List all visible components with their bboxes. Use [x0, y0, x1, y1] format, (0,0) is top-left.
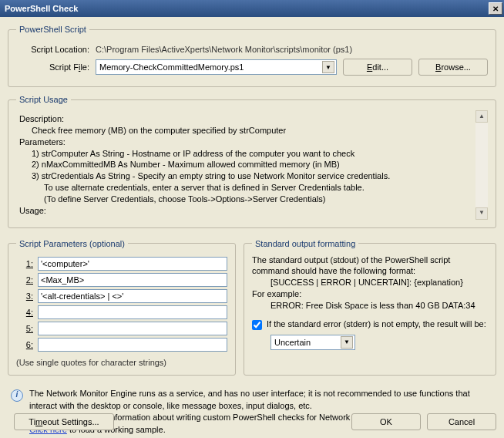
usage-line: 2) nMaxCommittedMB As Number - Maximum a… — [19, 159, 471, 170]
usage-line: Check free memory (MB) on the computer s… — [19, 125, 471, 136]
chevron-down-icon[interactable]: ▼ — [322, 61, 334, 73]
usage-line: Description: — [19, 113, 471, 125]
stderr-result-select[interactable]: Uncertain ▼ — [270, 335, 355, 350]
stdout-line: For example: — [252, 288, 488, 300]
scroll-down-icon[interactable]: ▼ — [475, 207, 488, 220]
stderr-result-value: Uncertain — [274, 338, 341, 347]
param-label-2: 2: — [16, 275, 33, 285]
edit-button[interactable]: Edit... — [343, 59, 412, 76]
script-file-combo[interactable]: Memory-CheckCommittedMemory.ps1 ▼ — [96, 59, 337, 75]
param-input-2[interactable] — [38, 273, 227, 287]
cancel-button[interactable]: Cancel — [427, 413, 496, 430]
browse-button[interactable]: Browse... — [418, 59, 488, 76]
window-title: PowerShell Check — [5, 4, 489, 13]
group-legend: PowerShell Script — [16, 25, 89, 34]
timeout-settings-button[interactable]: Timeout Settings... — [14, 413, 114, 430]
param-input-5[interactable] — [38, 322, 227, 335]
param-input-4[interactable] — [38, 305, 227, 319]
group-legend: Standard output formatting — [252, 239, 358, 248]
usage-line: 1) strComputer As String - Hostname or I… — [19, 148, 471, 160]
stderr-checkbox[interactable] — [252, 320, 262, 330]
script-parameters-group: Script Parameters (optional) 1: 2: 3: 4:… — [8, 239, 236, 376]
script-file-label: Script File: — [16, 62, 89, 72]
usage-line: (To define Server Credentials, choose To… — [19, 194, 471, 205]
close-icon[interactable]: ✕ — [489, 2, 502, 15]
param-label-1: 1: — [16, 259, 33, 268]
usage-line: 3) strCredentials As String - Specify an… — [19, 170, 471, 182]
usage-text: Description: Check free memory (MB) on t… — [16, 110, 488, 220]
group-legend: Script Parameters (optional) — [16, 239, 128, 248]
info-body: The Network Monitor Engine runs as a ser… — [29, 388, 493, 413]
script-location-value: C:\Program Files\ActiveXperts\Network Mo… — [96, 43, 488, 56]
param-input-1[interactable] — [38, 257, 227, 271]
scroll-up-icon[interactable]: ▲ — [475, 110, 488, 123]
chevron-down-icon[interactable]: ▼ — [341, 336, 353, 349]
usage-line: To use alternate credentials, enter a se… — [19, 182, 471, 194]
powershell-script-group: PowerShell Script Script Location: C:\Pr… — [8, 25, 496, 87]
param-input-3[interactable] — [38, 289, 227, 303]
param-input-6[interactable] — [38, 338, 227, 352]
params-hint: (Use single quotes for character strings… — [16, 358, 227, 367]
param-label-4: 4: — [16, 308, 33, 317]
param-label-6: 6: — [16, 340, 33, 349]
stdout-formatting-group: Standard output formatting The standard … — [244, 239, 496, 376]
group-legend: Script Usage — [16, 95, 71, 104]
titlebar: PowerShell Check ✕ — [0, 0, 504, 17]
stderr-check-label: If the standard error (stderr) is not em… — [267, 319, 486, 328]
ok-button[interactable]: OK — [351, 413, 421, 430]
usage-line: Parameters: — [19, 136, 471, 148]
script-usage-group: Script Usage Description: Check free mem… — [8, 95, 496, 228]
script-file-value: Memory-CheckCommittedMemory.ps1 — [99, 62, 322, 72]
usage-line: Usage: — [19, 205, 471, 217]
script-location-label: Script Location: — [16, 45, 89, 54]
stdout-text: The standard output (stdout) of the Powe… — [252, 254, 488, 312]
stdout-line: The standard output (stdout) of the Powe… — [252, 254, 488, 278]
stdout-line: ERROR: Free Disk Space is less than 40 G… — [252, 300, 488, 312]
scrollbar-vertical[interactable]: ▲ ▼ — [475, 110, 488, 220]
info-icon: i — [11, 389, 23, 402]
param-label-5: 5: — [16, 324, 33, 333]
param-label-3: 3: — [16, 291, 33, 301]
stdout-line: [SUCCESS | ERROR | UNCERTAIN]: {explanat… — [252, 277, 488, 288]
